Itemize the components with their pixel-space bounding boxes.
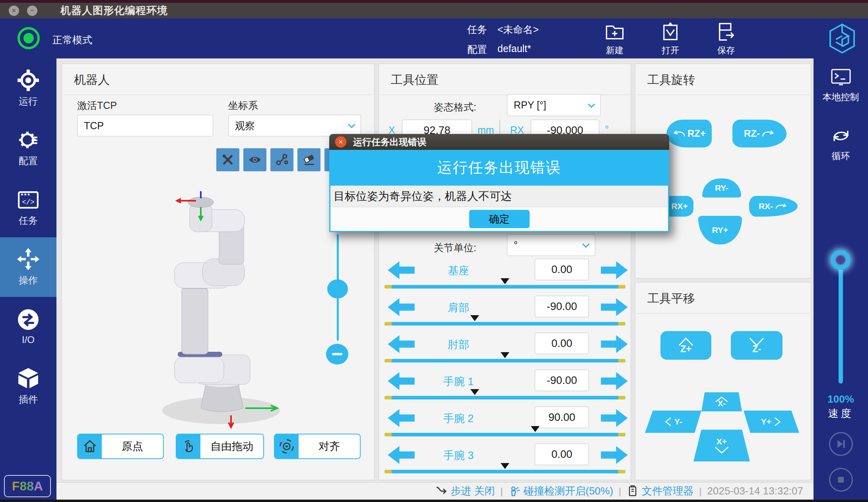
collision-robot-icon [509,485,520,497]
ry-plus-button[interactable]: RY+ [698,216,742,244]
joint-wrist1-value-input[interactable]: -90.00 [535,370,589,391]
free-drag-button[interactable]: 自由拖动 [176,434,264,459]
joint-wrist3-plus-button[interactable] [600,445,629,464]
task-label: 任务 [467,23,487,36]
rz-minus-button[interactable]: RZ- [732,120,786,147]
joint-shoulder-plus-button[interactable] [600,297,629,316]
trace-path-button[interactable] [270,148,293,171]
loop-button[interactable]: 循环 [814,125,868,162]
joint-base-plus-button[interactable] [600,260,629,279]
home-icon [82,439,97,454]
chevron-down-icon [588,101,595,108]
drive-icon [627,485,639,497]
joint-wrist3-value-input[interactable]: 0.00 [535,444,589,465]
close-icon: × [12,7,16,15]
sidebar-item-plugin[interactable]: 插件 [0,357,56,416]
window-close-button[interactable]: × [9,6,19,16]
task-row: 任务 <未命名> [467,23,539,36]
terminal-icon [830,66,852,88]
joint-wrist1-slider[interactable] [384,396,625,399]
tcp-input[interactable]: TCP [77,115,213,136]
joint-wrist2-plus-button[interactable] [600,408,629,427]
ry-minus-button[interactable]: RY- [702,178,741,198]
step-mode-text: 步进 关闭 [451,484,495,498]
joint-elbow-name: 肘部 [419,337,498,352]
svg-text:</>: </> [22,198,35,206]
robot-3d-view[interactable] [151,183,283,430]
x-minus-button[interactable]: X- [701,392,742,411]
local-control-label: 本地控制 [823,91,859,103]
step-forward-button[interactable] [829,432,853,456]
dialog-ok-button[interactable]: 确定 [469,210,530,228]
z-minus-button[interactable]: Z- [731,331,783,360]
bottom-edge-strip [0,500,868,502]
sidebar-item-operate[interactable]: 操作 [0,237,56,297]
file-manager-status[interactable]: 文件管理器 [627,484,693,498]
joint-base-name: 基座 [419,264,498,278]
open-file-icon [660,21,681,42]
y-plus-button[interactable]: Y+ [744,411,799,433]
joint-elbow-value-input[interactable]: 0.00 [535,333,589,354]
view-zoom-handle[interactable] [327,279,348,298]
step-mode-status[interactable]: 步进 关闭 [435,484,495,498]
joint-wrist2-slider[interactable] [384,433,625,436]
joint-base-value-input[interactable]: 0.00 [535,259,589,280]
error-dialog-titlebar[interactable]: × 运行任务出现错误 [329,134,669,150]
joint-shoulder-value-input[interactable]: -90.00 [535,296,589,317]
speed-slider-track[interactable] [839,268,843,384]
sidebar-task-label: 任务 [19,214,38,227]
sidebar-item-task[interactable]: </> 任务 [0,178,56,237]
new-task-button[interactable]: 新建 [604,21,625,56]
window-minimize-button[interactable]: − [27,6,37,16]
joint-wrist1-plus-button[interactable] [600,371,629,390]
joint-base-slider[interactable] [384,285,625,289]
tools-button[interactable] [216,148,239,171]
align-button[interactable]: 对齐 [274,434,361,459]
z-plus-button[interactable]: Z+ [660,331,711,360]
joint-elbow-plus-button[interactable] [600,334,629,353]
joint-shoulder-minus-button[interactable] [387,297,416,316]
stop-button[interactable] [829,468,853,492]
speed-slider-handle[interactable] [831,250,851,270]
joint-wrist3-slider[interactable] [384,470,625,473]
joint-wrist1-minus-button[interactable] [387,371,416,390]
sidebar-item-run[interactable]: 运行 [0,58,56,118]
visibility-button[interactable] [243,148,266,171]
slider-marker-icon [531,426,540,432]
chevron-down-icon [713,446,730,454]
joint-wrist3-minus-button[interactable] [387,445,416,464]
y-minus-button[interactable]: Y- [645,411,701,433]
rx-minus-button[interactable]: RX- [749,196,798,217]
joint-shoulder-slider[interactable] [384,322,625,326]
open-task-label: 打开 [662,45,679,56]
local-control-button[interactable]: 本地控制 [814,66,868,103]
erase-button[interactable] [297,148,320,171]
pose-format-select[interactable]: RPY [°] [507,94,601,116]
x-plus-label: X+ [717,437,727,446]
joint-base-minus-button[interactable] [387,260,416,279]
window-titlebar: × − 机器人图形化编程环境 [0,0,868,18]
joint-elbow-slider[interactable] [384,359,625,362]
save-task-button[interactable]: 保存 [716,21,736,56]
rz-plus-button[interactable]: RZ+ [666,120,712,147]
move-arrows-icon [17,248,40,271]
collision-detection-status[interactable]: 碰撞检测开启(50%) [509,484,613,498]
sidebar-item-io[interactable]: I/O [0,297,56,357]
robot-panel: 机器人 激活TCP 坐标系 TCP 观察 [62,64,375,480]
home-pose-button[interactable]: 原点 [77,434,164,459]
align-target-icon [279,439,294,454]
x-plus-button[interactable]: X+ [693,430,750,461]
open-task-button[interactable]: 打开 [660,21,681,56]
zoom-out-button[interactable] [326,344,348,364]
status-timestamp: 2025-03-14 13:32:07 [707,485,803,497]
eye-icon [248,153,262,167]
joint-unit-select[interactable]: ° [507,234,595,256]
joint-wrist2-value-input[interactable]: 90.00 [535,407,589,428]
mode-status-indicator[interactable] [17,27,40,49]
dialog-close-button[interactable]: × [335,136,347,148]
frame-select[interactable]: 观察 [228,115,361,136]
sidebar-item-config[interactable]: 配置 [0,118,56,178]
joint-wrist2-minus-button[interactable] [387,408,416,427]
wrench-tools-icon [221,153,235,167]
joint-elbow-minus-button[interactable] [387,334,416,353]
